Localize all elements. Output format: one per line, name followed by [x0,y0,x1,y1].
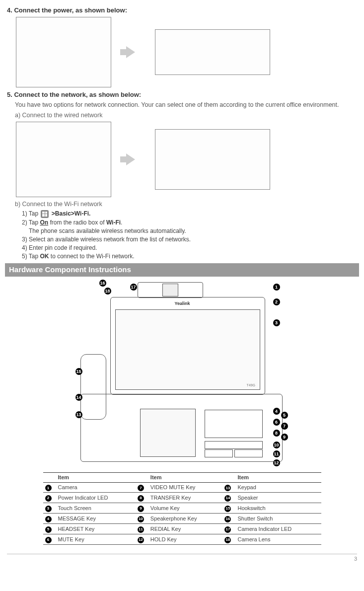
phone-screen [115,309,260,390]
step4-right-diagram [155,29,270,75]
wifi-s5b: to connect to the Wi-Fi network. [49,253,134,260]
num-badge: 2 [45,495,52,502]
hardware-section-title: Hardware Component Instructions [5,263,359,276]
table-header-2: Item [148,472,223,482]
item-name: HEADSET Key [56,524,136,534]
step5a-left-diagram [16,122,111,197]
item-name: MUTE Key [56,534,136,545]
function-keys [205,410,263,438]
callout-14: 14 [75,394,82,401]
wifi-step-2: 2) Tap On from the radio box of Wi-Fi. T… [22,219,357,235]
item-name: Power Indicator LED [56,493,136,503]
table-header-1: Item [56,472,136,482]
step4-title: 4. Connect the power, as shown below: [7,6,357,15]
callout-1: 1 [273,284,280,291]
callout-6: 6 [273,419,280,426]
num-badge: 1 [45,485,52,491]
num-badge: 7 [138,485,144,491]
table-header-3: Item [235,472,321,482]
wifi-step-5: 5) Tap OK to connect to the Wi-Fi networ… [22,252,357,260]
callout-16: 16 [99,280,106,287]
wifi-s2-wifi: Wi-Fi [106,219,121,226]
callout-11: 11 [273,450,280,457]
item-name: Volume Key [148,503,223,514]
wifi-steps: 1) Tap >Basic>Wi-Fi. 2) Tap On from the … [22,210,357,261]
item-name: Speakerphone Key [148,514,223,524]
item-name: REDIAL Key [148,524,223,534]
table-row: 2Power Indicator LED8TRANSFER Key14Speak… [43,493,321,503]
step5a-diagram-row [16,122,357,197]
item-name: Camera Indicator LED [235,524,321,534]
wifi-s5a: 5) Tap [22,253,40,260]
table-row: 6MUTE Key12HOLD Key18Camera Lens [43,534,321,545]
table-row: 1Camera7VIDEO MUTE Key13Keypad [43,482,321,493]
num-badge: 5 [45,526,52,533]
step4-diagram-row [16,17,357,87]
num-badge: 13 [224,485,231,491]
wifi-s2c: . [121,219,122,226]
table-row: 4MESSAGE Key10Speakerphone Key16Shutter … [43,514,321,524]
wifi-s2-on: On [40,219,48,226]
item-name: Shutter Switch [235,514,321,524]
callout-5: 5 [281,412,288,419]
item-name: TRANSFER Key [148,493,223,503]
num-badge: 4 [45,516,52,522]
step5-opt-b: b) Connect to the Wi-Fi network [15,200,357,209]
num-badge: 11 [138,526,144,533]
wifi-s1-post: >Basic>Wi-Fi. [52,210,91,217]
callout-9: 9 [281,434,288,441]
num-badge: 17 [224,526,231,533]
wifi-step-3: 3) Select an available wireless network … [22,235,357,243]
item-name: HOLD Key [148,534,223,545]
wifi-s2a: 2) Tap [22,219,40,226]
step5a-right-diagram [155,129,270,190]
wifi-s2-line2: The phone scans available wireless netwo… [29,227,357,235]
arrow-icon [126,153,135,165]
callout-12: 12 [273,459,280,466]
num-badge: 9 [138,506,144,512]
volume-bar [205,441,263,449]
num-badge: 8 [138,495,144,502]
table-row: 5HEADSET Key11REDIAL Key17Camera Indicat… [43,524,321,534]
num-badge: 3 [45,506,52,512]
spk-key [234,449,263,457]
wifi-s5-ok: OK [40,253,49,260]
step5-opt-a: a) Connect to the wired network [15,111,357,120]
wifi-step-4: 4) Enter pin code if required. [22,244,357,252]
step4-left-diagram [16,17,111,87]
brand-label: Yealink [175,300,190,306]
table-header-spacer [43,472,56,482]
num-badge: 15 [224,506,231,512]
num-badge: 14 [224,495,231,502]
hardware-table: Item Item Item 1Camera7VIDEO MUTE Key13K… [43,472,321,545]
wifi-s1-pre: 1) Tap [22,210,38,217]
table-row: 3Touch Screen9Volume Key15Hookswitch [43,503,321,514]
table-header-spacer [222,472,235,482]
step5-title: 5. Connect to the network, as shown belo… [7,90,357,99]
num-badge: 18 [224,537,231,543]
callout-13: 13 [75,411,82,418]
item-name: Camera Lens [235,534,321,545]
callout-7: 7 [281,423,288,430]
item-name: VIDEO MUTE Key [148,482,223,493]
callout-8: 8 [273,430,280,437]
num-badge: 16 [224,516,231,522]
keypad [140,409,196,457]
camera-lens-box [162,284,178,296]
item-name: Speaker [235,493,321,503]
num-badge: 6 [45,537,52,543]
hardware-diagram: Yealink T49G 16 18 17 1 2 3 15 14 13 4 5… [75,280,289,468]
callout-15: 15 [75,368,82,375]
model-label: T49G [247,383,256,387]
arrow-icon [126,46,135,58]
callout-3: 3 [273,319,280,326]
hold-key [205,449,233,457]
item-name: Touch Screen [56,503,136,514]
callout-4: 4 [273,408,280,415]
callout-17: 17 [130,284,137,291]
step5-desc: You have two options for network connect… [15,101,357,109]
callout-18: 18 [104,288,111,295]
page-number: 3 [7,554,357,563]
table-header-spacer [136,472,148,482]
num-badge: 10 [138,516,144,522]
